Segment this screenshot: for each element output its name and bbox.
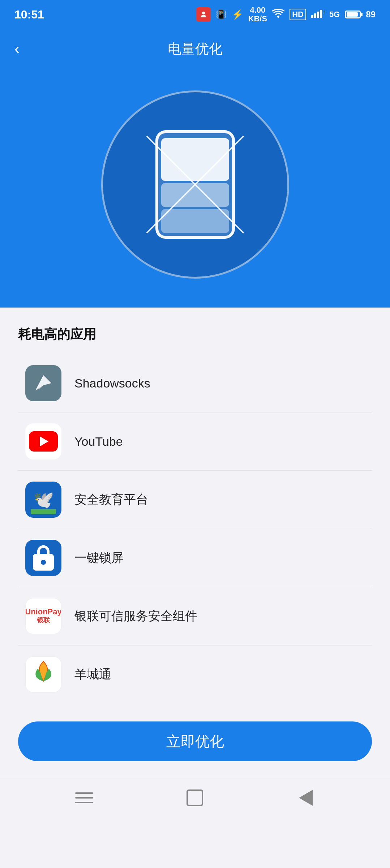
status-time: 10:51: [14, 8, 44, 21]
unionpay-logo-text: UnionPay: [25, 608, 61, 616]
home-nav-button[interactable]: [182, 785, 207, 810]
battery-segment-2: [161, 183, 229, 207]
5g-text: 5G: [329, 10, 340, 19]
battery-segment-3: [161, 209, 229, 233]
unionpay-sub-text: 银联: [37, 616, 50, 624]
bluetooth-icon: ⚡: [232, 9, 243, 20]
battery-graphic: [155, 130, 235, 239]
home-icon: [187, 789, 203, 806]
app-name: 一键锁屏: [74, 550, 124, 566]
bottom-navigation: [0, 776, 390, 819]
list-item[interactable]: YouTube: [18, 412, 372, 471]
svg-rect-3: [314, 13, 316, 18]
back-nav-button[interactable]: [293, 785, 318, 810]
list-item[interactable]: 🕊️ 安全教育平台: [18, 471, 372, 529]
battery-segment-1: [161, 138, 229, 181]
app-name: Shadowsocks: [74, 376, 150, 390]
safe-edu-grass: [31, 509, 56, 514]
app-name: 银联可信服务安全组件: [74, 608, 197, 624]
svg-point-0: [202, 12, 205, 14]
svg-rect-2: [311, 15, 313, 18]
hero-section: [0, 69, 390, 308]
app-icon-shadowsocks: [25, 365, 61, 401]
lock-graphic: [33, 545, 54, 571]
section-title: 耗电高的应用: [18, 326, 372, 343]
youtube-play-button: [29, 431, 58, 452]
app-list-section: 耗电高的应用 Shadowsocks YouTube: [0, 308, 390, 711]
battery-segments: [158, 135, 232, 236]
battery-circle: [101, 90, 289, 279]
svg-rect-5: [320, 10, 322, 18]
menu-icon: [75, 792, 93, 803]
app-icon-unionpay: UnionPay 银联: [25, 598, 61, 634]
svg-text:5G: 5G: [323, 10, 324, 16]
svg-marker-7: [35, 375, 51, 390]
app-icon-youtube: [25, 423, 61, 460]
back-icon: [299, 790, 313, 806]
battery-indicator: [345, 10, 361, 18]
list-item[interactable]: 羊城通: [18, 645, 372, 703]
yct-graphic: [31, 660, 56, 689]
hd-badge: HD: [290, 9, 306, 20]
menu-nav-button[interactable]: [72, 785, 97, 810]
status-bar: 10:51 📳 ⚡ 4.00KB/S HD: [0, 0, 390, 29]
lock-body: [33, 554, 54, 571]
status-icons: 📳 ⚡ 4.00KB/S HD 5G 5G 89: [196, 6, 376, 23]
back-button[interactable]: ‹: [14, 40, 20, 58]
vibrate-icon: 📳: [216, 9, 227, 20]
app-name: 安全教育平台: [74, 491, 148, 508]
optimize-button[interactable]: 立即优化: [18, 721, 372, 761]
wifi-icon: [272, 9, 284, 20]
lock-keyhole: [41, 560, 46, 565]
list-item[interactable]: 一键锁屏: [18, 529, 372, 587]
page-header: ‹ 电量优化: [0, 29, 390, 69]
app-list: Shadowsocks YouTube 🕊️ 安全教育平台: [18, 354, 372, 703]
cta-section: 立即优化: [0, 711, 390, 776]
page-title: 电量优化: [168, 40, 223, 58]
app-icon-safe-edu: 🕊️: [25, 482, 61, 518]
youtube-play-triangle: [40, 436, 48, 446]
app-name: 羊城通: [74, 666, 111, 683]
signal-icon: 5G: [311, 9, 324, 20]
battery-percent: 89: [366, 9, 376, 20]
list-item[interactable]: Shadowsocks: [18, 354, 372, 412]
app-icon-lock: [25, 540, 61, 576]
svg-rect-4: [317, 12, 319, 18]
lock-shackle: [37, 545, 50, 555]
app-name: YouTube: [74, 435, 123, 449]
battery-nub: [184, 130, 206, 132]
app-icon-yct: [25, 656, 61, 693]
notification-badge: [196, 7, 211, 22]
speed-text: 4.00KB/S: [248, 6, 267, 23]
list-item[interactable]: UnionPay 银联 银联可信服务安全组件: [18, 587, 372, 645]
safe-edu-graphic: 🕊️: [33, 490, 54, 509]
svg-point-1: [277, 16, 279, 18]
